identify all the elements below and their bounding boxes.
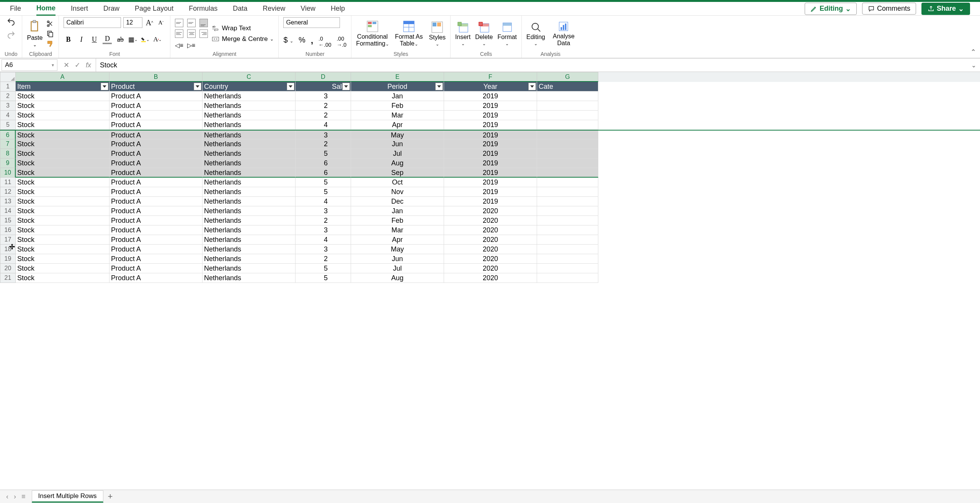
comments-button[interactable]: Comments (862, 3, 916, 15)
paste-button[interactable]: Paste ⌄ (27, 20, 42, 47)
expand-formula-bar-icon[interactable]: ⌄ (967, 62, 980, 69)
increase-decimal-button[interactable]: .0←.00 (318, 36, 331, 48)
align-bottom-button[interactable] (199, 19, 208, 27)
table-header-cell[interactable]: Period (351, 82, 444, 91)
cell[interactable]: Stock (16, 254, 109, 264)
tab-file[interactable]: File (10, 2, 21, 15)
cell[interactable]: 2019 (444, 168, 537, 178)
cell[interactable]: 2019 (444, 197, 537, 206)
tab-help[interactable]: Help (331, 2, 345, 15)
row-header[interactable]: 13 (0, 197, 16, 206)
table-header-cell[interactable]: Country (203, 82, 296, 91)
cell[interactable]: Product A (109, 216, 203, 225)
cell[interactable]: May (351, 131, 444, 139)
cell[interactable]: Netherlands (203, 225, 296, 235)
cell[interactable]: Netherlands (203, 158, 296, 168)
cell[interactable]: Product A (109, 254, 203, 264)
cell[interactable]: 2020 (444, 225, 537, 235)
cell[interactable]: Netherlands (203, 91, 296, 101)
cell[interactable] (537, 168, 598, 178)
sheet-next-icon[interactable]: › (14, 493, 16, 501)
row-header[interactable]: 19 (0, 254, 16, 264)
cell[interactable]: Netherlands (203, 131, 296, 139)
cell[interactable]: 5 (296, 149, 351, 158)
double-underline-button[interactable]: D (103, 35, 112, 44)
cell[interactable]: Product A (109, 131, 203, 139)
sheet-tab-active[interactable]: Insert Multiple Rows (32, 490, 103, 503)
cell[interactable]: Netherlands (203, 245, 296, 254)
column-header-A[interactable]: A (16, 72, 109, 82)
accept-formula-icon[interactable]: ✓ (75, 61, 80, 69)
comma-button[interactable]: , (311, 36, 313, 48)
cell[interactable]: Netherlands (203, 273, 296, 283)
format-cells-button[interactable]: Format⌄ (497, 21, 517, 46)
cell[interactable]: Product A (109, 206, 203, 216)
cell[interactable] (537, 111, 598, 120)
row-header[interactable]: 8 (0, 149, 16, 158)
cell[interactable]: Netherlands (203, 187, 296, 197)
row-header[interactable]: 6 (0, 131, 16, 139)
row-header[interactable]: 7 (0, 139, 16, 149)
insert-cells-button[interactable]: Insert⌄ (455, 21, 470, 46)
cell[interactable]: Netherlands (203, 197, 296, 206)
cell[interactable]: 2 (296, 139, 351, 149)
cell[interactable]: Dec (351, 197, 444, 206)
align-middle-button[interactable] (187, 19, 196, 27)
tab-formulas[interactable]: Formulas (189, 2, 217, 15)
cell[interactable]: Netherlands (203, 139, 296, 149)
cell[interactable]: 4 (296, 235, 351, 245)
cell[interactable]: Feb (351, 216, 444, 225)
filter-dropdown-icon[interactable] (101, 83, 108, 90)
align-top-button[interactable] (175, 19, 183, 27)
merge-centre-button[interactable]: Merge & Centre ⌄ (212, 35, 274, 43)
cell[interactable]: Netherlands (203, 120, 296, 130)
cell[interactable] (537, 131, 598, 139)
cell[interactable]: Stock (16, 235, 109, 245)
cell[interactable]: Netherlands (203, 149, 296, 158)
cell[interactable]: 5 (296, 273, 351, 283)
cell[interactable]: May (351, 245, 444, 254)
cell[interactable]: Stock (16, 206, 109, 216)
row-header[interactable]: 11 (0, 178, 16, 187)
row-header[interactable]: 3 (0, 101, 16, 111)
row-header[interactable]: 20 (0, 264, 16, 273)
tab-home[interactable]: Home (36, 2, 56, 16)
editing-button[interactable]: Editing⌄ (526, 21, 545, 46)
delete-cells-button[interactable]: Delete⌄ (475, 21, 493, 46)
cell[interactable]: 2019 (444, 178, 537, 187)
cell[interactable]: Stock (16, 178, 109, 187)
cell[interactable]: Stock (16, 216, 109, 225)
table-header-cell[interactable]: Cate (537, 82, 598, 91)
redo-icon[interactable] (7, 30, 16, 39)
cell[interactable]: Apr (351, 120, 444, 130)
cell[interactable]: Stock (16, 264, 109, 273)
cell[interactable]: Product A (109, 168, 203, 178)
cell[interactable]: Aug (351, 273, 444, 283)
underline-button[interactable]: U (90, 35, 99, 44)
cell[interactable] (537, 197, 598, 206)
cell[interactable]: Netherlands (203, 101, 296, 111)
tab-page-layout[interactable]: Page Layout (135, 2, 173, 15)
format-as-table-button[interactable]: Format AsTable⌄ (395, 20, 423, 47)
formula-input[interactable]: Stock (96, 61, 967, 69)
cell-styles-button[interactable]: Styles ⌄ (429, 21, 446, 47)
cell[interactable] (537, 139, 598, 149)
add-sheet-button[interactable]: + (103, 492, 118, 501)
cell[interactable] (537, 178, 598, 187)
filter-dropdown-icon[interactable] (194, 83, 201, 90)
cell[interactable] (537, 254, 598, 264)
cell[interactable]: 3 (296, 225, 351, 235)
cell[interactable]: Apr (351, 235, 444, 245)
format-painter-icon[interactable] (46, 40, 54, 47)
cell[interactable]: 5 (296, 178, 351, 187)
row-header[interactable]: 2 (0, 91, 16, 101)
cell[interactable]: Product A (109, 235, 203, 245)
cell[interactable]: 2019 (444, 139, 537, 149)
cell[interactable]: 2 (296, 216, 351, 225)
row-header[interactable]: 1 (0, 82, 16, 91)
table-header-cell[interactable]: Year (444, 82, 537, 91)
cell[interactable]: Mar (351, 111, 444, 120)
cell[interactable]: Product A (109, 187, 203, 197)
cell[interactable] (537, 216, 598, 225)
cell[interactable]: 3 (296, 206, 351, 216)
